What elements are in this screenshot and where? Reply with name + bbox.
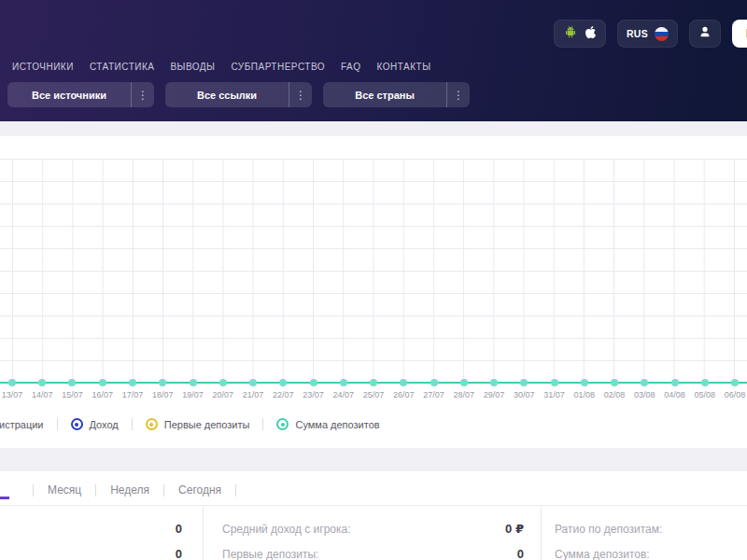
chart-card: 13/0714/0715/0716/0717/0718/0719/0720/07…	[0, 136, 747, 448]
filters-row: Все источники⋮Все ссылки⋮Все страны⋮	[7, 82, 470, 107]
x-tick-label: 02/08	[604, 390, 626, 399]
chart-vertical-grid	[12, 159, 735, 383]
active-period-tab-underline[interactable]	[0, 497, 9, 499]
filter-dropdown[interactable]: Все источники⋮	[7, 82, 154, 107]
x-tick-label: 04/08	[664, 390, 685, 399]
data-point	[611, 379, 618, 386]
filter-dropdown-label: Все страны	[323, 90, 446, 101]
legend-separator	[262, 418, 263, 430]
data-point	[370, 379, 377, 386]
tab-separator	[163, 484, 164, 497]
x-tick-label: 31/07	[543, 390, 565, 399]
stat-value: 0	[176, 547, 182, 560]
x-tick-label: 06/08	[725, 390, 746, 399]
kebab-dots-icon[interactable]: ⋮	[446, 82, 470, 107]
x-tick-label: 16/07	[92, 390, 113, 399]
x-tick-label: 22/07	[273, 390, 294, 399]
data-point	[159, 379, 166, 386]
legend-marker-dot	[281, 423, 285, 427]
tab-Месяц[interactable]: Месяц	[48, 483, 81, 497]
kebab-dots-icon[interactable]: ⋮	[131, 82, 154, 107]
x-tick-label: 19/07	[182, 390, 204, 399]
x-tick-label: 01/08	[573, 390, 595, 399]
stat-row: Первые депозиты:0	[204, 541, 541, 560]
language-selector[interactable]: RUS	[617, 20, 678, 48]
tab-separator	[95, 484, 96, 497]
legend-label: Сумма депозитов	[295, 419, 379, 430]
filter-dropdown-label: Все ссылки	[165, 90, 289, 101]
data-point	[430, 379, 438, 386]
data-point	[190, 379, 197, 386]
data-point	[731, 379, 739, 386]
data-point	[340, 379, 347, 386]
legend-item[interactable]: Доход	[71, 418, 119, 430]
stat-row: Сумма депозитов:	[542, 541, 747, 560]
stat-label: Первые депозиты:	[222, 548, 318, 560]
nav-item[interactable]: СУБПАРТНЕРСТВО	[231, 62, 325, 72]
nav-item[interactable]: СТАТИСТИКА	[90, 62, 155, 72]
legend-label: Доход	[90, 419, 119, 430]
stat-label: Ратио по депозитам:	[555, 523, 662, 536]
x-tick-label: 28/07	[453, 390, 474, 399]
tab-separator	[33, 484, 34, 497]
data-point	[671, 379, 679, 386]
header-actions: RUS Rev	[554, 20, 747, 48]
kebab-dots-icon[interactable]: ⋮	[289, 82, 312, 107]
x-tick-label: 27/07	[423, 390, 444, 399]
data-point	[249, 379, 257, 386]
mobile-apps-button[interactable]	[554, 20, 606, 48]
x-tick-label: 25/07	[363, 390, 385, 399]
data-point	[490, 379, 498, 386]
stat-row: 0	[0, 516, 203, 541]
data-point	[520, 379, 528, 386]
data-point	[219, 379, 227, 386]
language-code: RUS	[627, 28, 648, 39]
data-point	[310, 379, 317, 386]
stat-row: Ратио по депозитам:	[542, 516, 747, 541]
tab-Сегодня[interactable]: Сегодня	[178, 483, 221, 497]
stat-row: 0	[0, 541, 203, 560]
data-point	[641, 379, 648, 386]
affiliate-dashboard: RUS Rev ИСТОЧНИКИСТАТИСТИКАВЫВОДЫСУБПАРТ…	[0, 0, 747, 560]
filter-dropdown[interactable]: Все страны⋮	[323, 82, 470, 107]
legend-separator	[57, 418, 58, 430]
period-tabs: МесяцНеделяСегодня	[19, 480, 250, 500]
rev-button[interactable]: Rev	[732, 20, 747, 48]
nav-item[interactable]: FAQ	[341, 62, 361, 72]
legend-separator	[132, 418, 133, 430]
data-point	[8, 379, 16, 386]
data-point	[38, 379, 46, 386]
chart-points	[12, 382, 735, 384]
legend-item[interactable]: Сумма депозитов	[276, 418, 379, 430]
stat-value: 0	[176, 522, 182, 536]
legend-marker-icon	[71, 418, 83, 430]
russia-flag-icon	[655, 27, 669, 41]
data-point	[279, 379, 287, 386]
data-point	[551, 379, 558, 386]
data-point	[129, 379, 136, 386]
x-tick-label: 17/07	[122, 390, 144, 399]
data-point	[701, 379, 709, 386]
stats-card: МесяцНеделяСегодня 00 Средний доход с иг…	[0, 471, 747, 560]
x-tick-label: 24/07	[332, 390, 354, 399]
stats-summary: 00 Средний доход с игрока:0 ₽Первые депо…	[0, 506, 747, 560]
stats-col-left: 00	[0, 506, 204, 560]
legend-marker-icon	[276, 418, 289, 430]
nav-item[interactable]: ИСТОЧНИКИ	[12, 62, 74, 72]
tab-Неделя[interactable]: Неделя	[110, 483, 149, 497]
header: RUS Rev ИСТОЧНИКИСТАТИСТИКАВЫВОДЫСУБПАРТ…	[0, 0, 747, 121]
legend-item[interactable]: Регистрации	[0, 418, 44, 430]
filter-dropdown[interactable]: Все ссылки⋮	[165, 82, 312, 107]
main-nav: ИСТОЧНИКИСТАТИСТИКАВЫВОДЫСУБПАРТНЕРСТВОF…	[12, 62, 431, 72]
data-point	[99, 379, 106, 386]
nav-item[interactable]: КОНТАКТЫ	[377, 62, 431, 72]
x-tick-label: 30/07	[514, 390, 535, 399]
profile-button[interactable]	[689, 20, 721, 48]
x-tick-label: 23/07	[303, 390, 324, 399]
stats-col-middle: Средний доход с игрока:0 ₽Первые депозит…	[204, 506, 542, 560]
stat-label: Средний доход с игрока:	[222, 523, 351, 536]
nav-item[interactable]: ВЫВОДЫ	[170, 62, 215, 72]
data-point	[460, 379, 468, 386]
data-point	[68, 379, 76, 386]
legend-item[interactable]: Первые депозиты	[146, 418, 250, 430]
